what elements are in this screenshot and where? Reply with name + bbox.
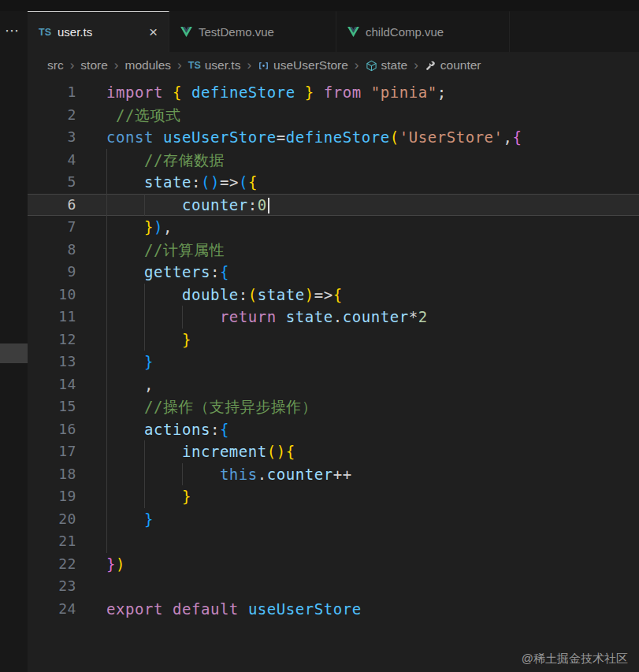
chevron-icon: ›	[414, 58, 418, 73]
code-line-4[interactable]: 4 //存储数据	[28, 149, 639, 172]
ts-file-icon: TS	[188, 60, 201, 71]
code-editor[interactable]: 1import { defineStore } from "pinia";2 /…	[28, 79, 639, 672]
tab-user-ts[interactable]: TSuser.ts×	[28, 11, 169, 52]
code-line-14[interactable]: 14 ,	[28, 373, 639, 396]
code-text: }),	[106, 216, 173, 239]
code-line-5[interactable]: 5 state:()=>({	[28, 171, 639, 194]
breadcrumb-item-state[interactable]: state	[366, 58, 408, 72]
code-text: //选项式	[106, 104, 181, 127]
code-line-12[interactable]: 12 }	[28, 329, 639, 351]
line-number: 15	[28, 395, 106, 418]
breadcrumb-item-user-ts[interactable]: TSuser.ts	[188, 58, 241, 72]
line-number: 13	[28, 351, 106, 373]
symbol-cube-icon	[366, 60, 377, 72]
code-text: getters:{	[106, 261, 229, 284]
code-text: double:(state)=>{	[106, 284, 343, 306]
line-number: 10	[28, 284, 106, 306]
line-number: 23	[28, 575, 106, 598]
code-line-17[interactable]: 17 increment(){	[28, 440, 639, 463]
code-line-19[interactable]: 19 }	[28, 485, 639, 508]
code-text: //计算属性	[106, 239, 225, 262]
code-text: ,	[106, 373, 154, 396]
overflow-menu-icon[interactable]: ⋯	[5, 22, 20, 39]
activity-bar: ⋯	[0, 11, 28, 672]
breadcrumb-label: useUserStore	[273, 58, 348, 72]
code-line-9[interactable]: 9 getters:{	[28, 261, 639, 284]
indent-guide	[144, 440, 145, 508]
code-line-3[interactable]: 3const useUserStore=defineStore('UserSto…	[28, 126, 639, 149]
breadcrumb-item-modules[interactable]: modules	[124, 58, 171, 72]
line-number: 19	[28, 485, 106, 508]
code-line-15[interactable]: 15 //操作（支持异步操作）	[28, 395, 639, 418]
line-number: 20	[28, 508, 106, 531]
code-text: })	[106, 553, 125, 576]
tab-label: user.ts	[58, 25, 92, 39]
vue-file-icon	[347, 27, 359, 37]
watermark: @稀土掘金技术社区	[522, 652, 628, 666]
code-line-2[interactable]: 2 //选项式	[28, 104, 639, 127]
breadcrumb-label: src	[47, 58, 64, 72]
breadcrumb-item-counter[interactable]: counter	[425, 58, 481, 72]
code-line-11[interactable]: 11 return state.counter*2	[28, 306, 639, 329]
code-text: }	[106, 329, 191, 351]
code-text: }	[106, 485, 191, 508]
editor-group: TSuser.ts×TestDemo.vuechildComp.vue src›…	[28, 11, 639, 672]
line-number: 4	[28, 149, 106, 172]
activity-bar-handle[interactable]	[0, 343, 28, 363]
line-number: 9	[28, 261, 106, 284]
title-bar	[0, 0, 639, 11]
code-text: export default useUserStore	[106, 598, 362, 621]
code-line-24[interactable]: 24export default useUserStore	[28, 598, 639, 621]
symbol-variable-icon	[258, 60, 269, 72]
chevron-icon: ›	[355, 58, 359, 73]
code-line-20[interactable]: 20 }	[28, 508, 639, 531]
code-text: //存储数据	[106, 149, 225, 172]
close-icon[interactable]: ×	[149, 24, 158, 39]
breadcrumb-item-store[interactable]: store	[80, 58, 107, 72]
line-number: 18	[28, 463, 106, 486]
chevron-icon: ›	[247, 58, 251, 73]
code-line-7[interactable]: 7 }),	[28, 216, 639, 239]
line-number: 21	[28, 530, 106, 553]
breadcrumb-item-useuserstore[interactable]: useUserStore	[258, 58, 348, 72]
code-line-16[interactable]: 16 actions:{	[28, 418, 639, 441]
indent-guide	[144, 194, 145, 217]
line-number: 8	[28, 239, 106, 262]
code-line-22[interactable]: 22})	[28, 553, 639, 576]
line-number: 17	[28, 440, 106, 463]
line-number: 2	[28, 104, 106, 127]
tab-testdemo-vue[interactable]: TestDemo.vue	[169, 11, 336, 52]
code-line-13[interactable]: 13 }	[28, 351, 639, 373]
line-number: 3	[28, 126, 106, 149]
breadcrumb-item-src[interactable]: src	[47, 58, 64, 72]
code-text: actions:{	[106, 418, 229, 441]
code-text: state:()=>({	[106, 171, 258, 194]
code-text: const useUserStore=defineStore('UserStor…	[106, 126, 522, 149]
code-text: this.counter++	[106, 463, 352, 486]
breadcrumb-label: state	[381, 58, 408, 72]
indent-guide	[144, 284, 145, 351]
text-cursor	[268, 198, 269, 213]
indent-guide	[182, 463, 183, 486]
code-text: }	[106, 351, 154, 373]
code-line-6[interactable]: 6 counter:0	[28, 194, 639, 217]
vue-file-icon	[180, 27, 192, 37]
code-text: //操作（支持异步操作）	[106, 395, 317, 418]
code-line-8[interactable]: 8 //计算属性	[28, 239, 639, 262]
code-line-10[interactable]: 10 double:(state)=>{	[28, 284, 639, 306]
code-line-1[interactable]: 1import { defineStore } from "pinia";	[28, 81, 639, 104]
chevron-icon: ›	[114, 58, 119, 73]
tab-bar: TSuser.ts×TestDemo.vuechildComp.vue	[28, 11, 639, 52]
code-line-18[interactable]: 18 this.counter++	[28, 463, 639, 486]
line-number: 7	[28, 216, 106, 239]
code-text: counter:0	[106, 194, 269, 217]
indent-guide	[106, 149, 107, 553]
code-line-21[interactable]: 21	[28, 530, 639, 553]
line-number: 6	[28, 194, 106, 217]
ts-file-icon: TS	[39, 27, 51, 38]
code-line-23[interactable]: 23	[28, 575, 639, 598]
tab-childcomp-vue[interactable]: childComp.vue	[336, 11, 510, 52]
line-number: 11	[28, 306, 106, 329]
breadcrumb-label: user.ts	[205, 58, 241, 72]
breadcrumb-label: modules	[124, 58, 171, 72]
